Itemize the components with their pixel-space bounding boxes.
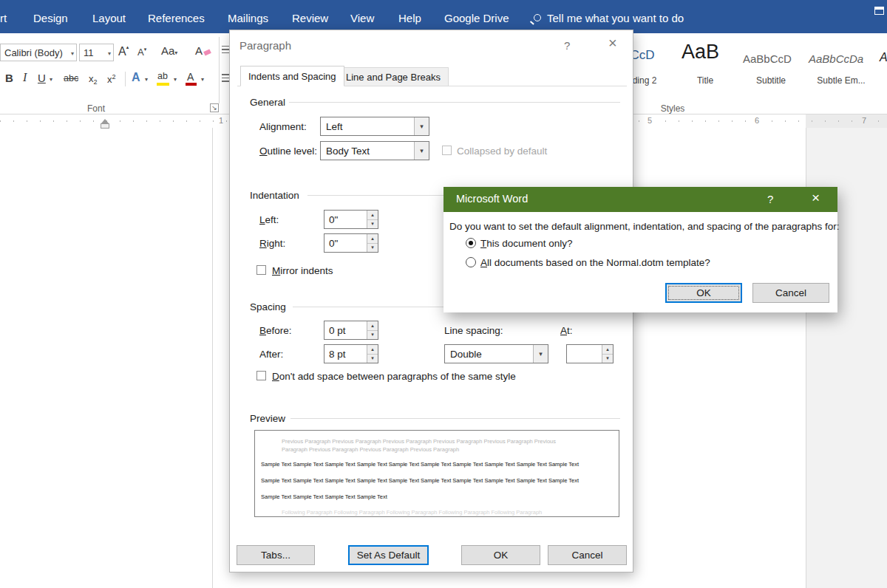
chevron-down-icon[interactable]: ▾ xyxy=(414,142,429,160)
underline-button[interactable]: U xyxy=(38,72,46,84)
tab-indents-and-spacing[interactable]: Indents and Spacing xyxy=(240,66,344,86)
tabs-button[interactable]: Tabs... xyxy=(237,545,315,565)
collapsed-by-default-label: Collapsed by default xyxy=(457,146,547,157)
general-section-heading: General xyxy=(250,97,285,108)
font-dialog-launcher-icon[interactable]: ↘ xyxy=(210,103,219,112)
indent-marker-box[interactable] xyxy=(101,123,109,129)
ribbon-display-options-icon[interactable] xyxy=(874,7,884,15)
tab-review[interactable]: Review xyxy=(292,12,328,24)
confirm-cancel-button[interactable]: Cancel xyxy=(752,283,829,303)
text-effects-button[interactable]: A xyxy=(132,71,140,84)
ok-button[interactable]: OK xyxy=(461,545,540,565)
no-space-same-style-checkbox[interactable] xyxy=(256,371,266,380)
superscript-2: 2 xyxy=(112,73,116,81)
dialog-help-icon[interactable]: ? xyxy=(564,39,570,52)
style-emphasis-preview-partial[interactable]: A xyxy=(880,51,887,64)
italic-button[interactable]: I xyxy=(23,71,27,84)
line-spacing-label: Line spacing: xyxy=(444,325,503,336)
tab-line-and-page-breaks[interactable]: Line and Page Breaks xyxy=(338,67,449,86)
spin-up-icon[interactable]: ▴ xyxy=(602,345,613,355)
confirm-dialog-titlebar: Microsoft Word ? × xyxy=(444,187,837,212)
grow-font-button[interactable]: A▴ xyxy=(118,44,129,58)
clear-formatting-button[interactable]: A xyxy=(195,44,203,57)
shrink-font-button[interactable]: A▾ xyxy=(137,47,146,58)
spin-down-icon[interactable]: ▾ xyxy=(367,331,378,340)
indent-left-spinner[interactable]: 0" ▴▾ xyxy=(324,210,378,229)
spacing-after-spinner[interactable]: 8 pt ▴▾ xyxy=(324,344,378,363)
chevron-down-icon: ▾ xyxy=(174,49,177,56)
alignment-label: Alignment: xyxy=(259,121,307,132)
divider xyxy=(125,72,126,86)
no-space-same-style-label: Don't add space between paragraphs of th… xyxy=(272,371,516,382)
set-as-default-button[interactable]: Set As Default xyxy=(348,545,429,565)
line-spacing-select[interactable]: Double ▾ xyxy=(444,344,548,363)
font-size-value: 11 xyxy=(84,47,94,58)
font-color-arrow-icon[interactable]: ▾ xyxy=(201,76,204,83)
tab-view[interactable]: View xyxy=(350,12,374,24)
preview-sample-line1: Sample Text Sample Text Sample Text Samp… xyxy=(261,461,579,468)
dialog-close-icon[interactable]: × xyxy=(608,35,617,52)
underline-options-arrow-icon[interactable]: ▾ xyxy=(50,76,52,83)
tab-layout[interactable]: Layout xyxy=(92,12,126,24)
change-case-button[interactable]: Aa▾ xyxy=(161,44,177,57)
font-size-select[interactable]: 11 ▾ xyxy=(79,44,114,61)
radio-all-documents[interactable] xyxy=(466,257,476,267)
font-name-value: Calibri (Body) xyxy=(4,47,63,58)
mirror-indents-checkbox[interactable] xyxy=(256,265,266,275)
tab-help[interactable]: Help xyxy=(398,12,421,24)
cancel-button[interactable]: Cancel xyxy=(548,545,627,565)
superscript-button[interactable]: x2 xyxy=(107,73,116,85)
style-subtitle-preview[interactable]: AaBbCcD xyxy=(743,52,792,65)
tab-google-drive[interactable]: Google Drive xyxy=(444,12,509,24)
style-title-label: Title xyxy=(680,75,730,86)
spacing-before-spinner[interactable]: 0 pt ▴▾ xyxy=(324,321,378,340)
highlight-button[interactable]: ab xyxy=(157,71,168,81)
spin-up-icon[interactable]: ▴ xyxy=(367,211,378,220)
search-icon[interactable] xyxy=(534,14,541,21)
indent-right-spinner[interactable]: 0" ▴▾ xyxy=(324,233,378,253)
text-effects-arrow-icon[interactable]: ▾ xyxy=(145,76,148,83)
subscript-2: 2 xyxy=(94,78,98,86)
spin-down-icon[interactable]: ▾ xyxy=(367,220,378,229)
style-title-preview[interactable]: AaB xyxy=(682,41,719,64)
strikethrough-button[interactable]: abc xyxy=(64,73,78,83)
dialog-help-icon[interactable]: ? xyxy=(767,193,773,205)
outline-level-label: Outline level: xyxy=(259,146,317,157)
radio-this-document-only[interactable] xyxy=(466,238,476,248)
chevron-down-icon[interactable]: ▾ xyxy=(533,345,548,363)
chevron-down-icon[interactable]: ▾ xyxy=(414,117,429,135)
confirm-ok-button[interactable]: OK xyxy=(665,283,742,303)
radio-all-documents-label: All documents based on the Normal.dotm t… xyxy=(480,257,710,268)
chevron-down-icon: ▾ xyxy=(108,50,111,57)
style-subtle-emphasis-preview[interactable]: AaBbCcDa xyxy=(809,52,863,65)
spin-up-icon[interactable]: ▴ xyxy=(367,234,378,244)
font-name-select[interactable]: Calibri (Body) ▾ xyxy=(0,44,77,61)
spin-down-icon[interactable]: ▾ xyxy=(367,244,378,253)
tab-mailings[interactable]: Mailings xyxy=(228,12,268,24)
spacing-section-heading: Spacing xyxy=(250,301,286,312)
at-spinner[interactable]: ▴▾ xyxy=(566,344,614,363)
spin-up-icon[interactable]: ▴ xyxy=(367,321,378,331)
dialog-close-icon[interactable]: × xyxy=(812,190,820,206)
paragraph-dialog-title: Paragraph xyxy=(239,39,291,52)
highlight-arrow-icon[interactable]: ▾ xyxy=(174,76,177,83)
radio-this-document-only-label: This document only? xyxy=(480,238,573,249)
tab-design[interactable]: Design xyxy=(33,12,68,24)
tab-references[interactable]: References xyxy=(148,12,205,24)
spin-down-icon[interactable]: ▾ xyxy=(602,355,613,363)
outline-level-select[interactable]: Body Text ▾ xyxy=(320,141,429,160)
font-color-button[interactable]: A xyxy=(187,71,194,83)
subscript-button[interactable]: x2 xyxy=(89,73,98,86)
tab-insert-partial[interactable]: rt xyxy=(0,12,7,24)
spinner-buttons: ▴▾ xyxy=(367,345,378,363)
spin-up-icon[interactable]: ▴ xyxy=(367,345,378,355)
alignment-select[interactable]: Left ▾ xyxy=(320,117,429,136)
spin-down-icon[interactable]: ▾ xyxy=(367,355,378,363)
microsoft-word-confirm-dialog: Microsoft Word ? × Do you want to set th… xyxy=(444,187,837,312)
line-spacing-value: Double xyxy=(450,349,482,360)
bold-button[interactable]: B xyxy=(5,72,13,84)
font-group-label: Font xyxy=(78,103,115,114)
spacing-before-value: 0 pt xyxy=(329,325,346,336)
preview-following-line: Following Paragraph Following Paragraph … xyxy=(282,509,542,516)
tell-me-search[interactable]: Tell me what you want to do xyxy=(547,12,684,24)
